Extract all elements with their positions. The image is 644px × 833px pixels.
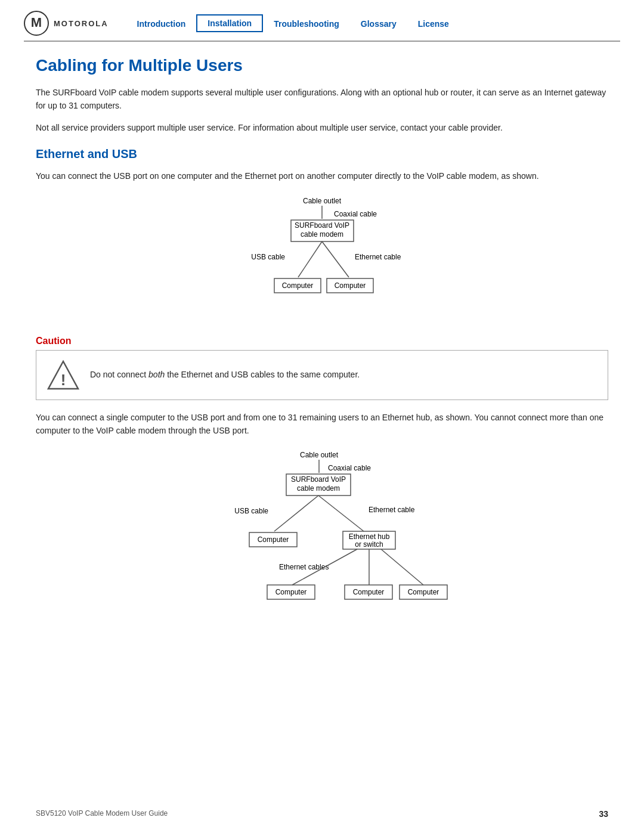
header: M MOTOROLA Introduction Installation Tro… <box>0 0 644 36</box>
diag2-computer-bottom-mid: Computer <box>353 588 385 596</box>
main-content: Cabling for Multiple Users The SURFboard… <box>0 42 644 674</box>
section-ethernet-usb-title: Ethernet and USB <box>36 147 608 161</box>
footer-page: 33 <box>599 809 608 819</box>
intro-para1: The SURFboard VoIP cable modem supports … <box>36 86 608 113</box>
logo-area: M MOTOROLA <box>24 11 109 36</box>
diag2-coaxial-label: Coaxial cable <box>328 464 371 472</box>
motorola-logo-icon: M <box>24 11 49 36</box>
caution-label: Caution <box>36 336 608 346</box>
section1-para: You can connect the USB port on one comp… <box>36 169 608 182</box>
diag2-ethernet-label: Ethernet cable <box>369 506 415 514</box>
tab-glossary[interactable]: Glossary <box>350 16 407 32</box>
tab-license[interactable]: License <box>407 16 460 32</box>
svg-text:M: M <box>31 15 42 30</box>
diag1-usb-label: USB cable <box>251 253 285 261</box>
diag1-cable-outlet-label: Cable outlet <box>303 197 342 205</box>
svg-line-13 <box>318 496 364 531</box>
diag1-surfboard-label1: SURFboard VoIP <box>295 221 349 230</box>
diagram2-container: Cable outlet Coaxial cable SURFboard VoI… <box>36 448 608 645</box>
tab-introduction[interactable]: Introduction <box>126 16 197 32</box>
diagram1-svg: Cable outlet Coaxial cable SURFboard VoI… <box>197 194 447 325</box>
diag2-hub-label1: Ethernet hub <box>349 532 390 541</box>
svg-text:!: ! <box>61 371 66 389</box>
tab-troubleshooting[interactable]: Troubleshooting <box>263 16 350 32</box>
diagram1-container: Cable outlet Coaxial cable SURFboard VoI… <box>36 194 608 325</box>
caution-text-content: Do not connect both the Ethernet and USB… <box>90 368 360 381</box>
tab-installation[interactable]: Installation <box>196 14 263 32</box>
diag1-computer-left: Computer <box>282 281 314 290</box>
nav-tabs: Introduction Installation Troubleshootin… <box>126 14 620 32</box>
intro-para2: Not all service providers support multip… <box>36 121 608 134</box>
footer: SBV5120 VoIP Cable Modem User Guide 33 <box>0 809 644 819</box>
para3: You can connect a single computer to the… <box>36 411 608 438</box>
svg-line-18 <box>381 549 423 585</box>
footer-left: SBV5120 VoIP Cable Modem User Guide <box>36 809 168 819</box>
svg-line-5 <box>322 241 349 277</box>
diag2-ethernet-cables-label: Ethernet cables <box>279 563 329 571</box>
svg-line-12 <box>274 496 318 531</box>
warning-triangle-icon: ! <box>47 359 79 391</box>
diag1-coaxial-label: Coaxial cable <box>334 210 377 218</box>
diag2-surfboard-label2: cable modem <box>297 484 340 493</box>
motorola-wordmark: MOTOROLA <box>54 19 109 28</box>
caution-box: ! Do not connect both the Ethernet and U… <box>36 350 608 400</box>
diag1-surfboard-label2: cable modem <box>301 230 343 239</box>
diag2-cable-outlet-label: Cable outlet <box>300 451 339 459</box>
diag1-ethernet-label: Ethernet cable <box>355 253 401 261</box>
diag2-computer-bottom-left: Computer <box>275 588 307 596</box>
diag2-surfboard-label1: SURFboard VoIP <box>291 475 346 484</box>
svg-line-4 <box>298 241 322 277</box>
diag2-computer-single: Computer <box>258 535 289 544</box>
diag2-usb-label: USB cable <box>234 507 268 515</box>
diag2-computer-bottom-right: Computer <box>408 588 439 596</box>
diag1-computer-right: Computer <box>335 281 366 290</box>
diag2-hub-label2: or switch <box>355 540 383 549</box>
page-title: Cabling for Multiple Users <box>36 56 608 75</box>
diagram2-svg: Cable outlet Coaxial cable SURFboard VoI… <box>167 448 477 645</box>
